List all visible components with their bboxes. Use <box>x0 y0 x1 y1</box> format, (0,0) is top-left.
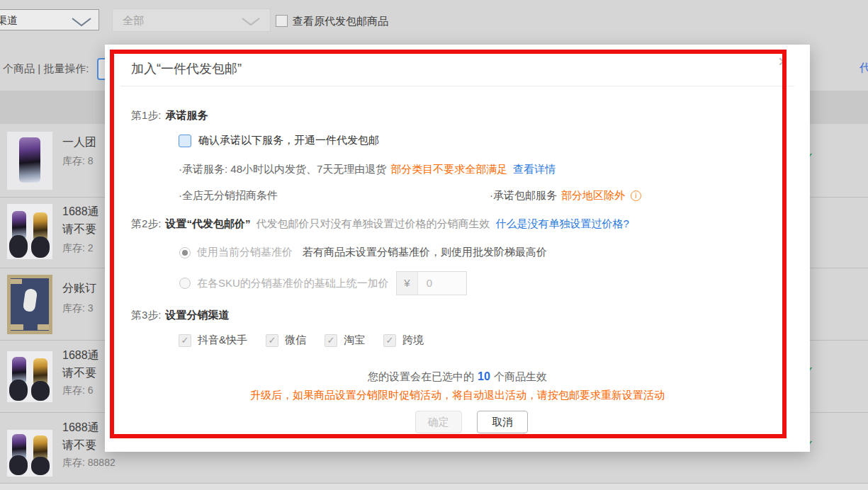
markup-amount-input[interactable]: 0 <box>418 272 466 295</box>
service-terms-highlight: 部分类目不要求全部满足 <box>390 163 507 175</box>
info-icon[interactable]: i <box>631 190 641 201</box>
bottom-strip <box>0 484 868 490</box>
channel-label: 跨境 <box>402 334 424 347</box>
view-original-checkbox-label: 查看原代发包邮商品 <box>293 15 388 28</box>
shipping-promise-text: ·承诺包邮服务 <box>490 189 557 203</box>
dialog-actions: 确定 取消 <box>119 411 824 433</box>
base-price-label: 使用当前分销基准价 <box>197 246 293 259</box>
product-stock: 库存: 6 <box>62 384 94 397</box>
close-icon[interactable]: × <box>778 53 788 70</box>
summary-prefix: 您的设置会在已选中的 <box>368 370 474 382</box>
chevron-down-icon <box>241 17 261 26</box>
product-title: 1688通 <box>62 348 99 363</box>
markup-option-row: 在各SKU的分销基准价的基础上统一加价 ¥ 0 <box>179 271 467 295</box>
upgrade-warning-text: 升级后，如果商品设置分销限时促销活动，将自动退出活动，请按包邮要求重新设置活动 <box>105 389 810 402</box>
confirm-service-row: 确认承诺以下服务，开通一件代发包邮 <box>179 134 379 147</box>
channel-dropdown-value: 渠道 <box>0 14 18 28</box>
markup-radio[interactable] <box>179 278 191 289</box>
product-title: 一人团 <box>62 135 96 150</box>
channel-checkbox[interactable]: ✓ <box>179 334 191 347</box>
filter-dropdown-value: 全部 <box>123 14 144 28</box>
chevron-down-icon <box>71 17 92 27</box>
product-stock: 库存: 8 <box>62 155 94 168</box>
channel-checkbox[interactable]: ✓ <box>325 334 337 347</box>
step1-header: 第1步:承诺服务 <box>131 109 208 122</box>
batch-operation-text: 个商品 | 批量操作: <box>3 62 89 76</box>
step3-header: 第3步:设置分销渠道 <box>131 309 230 322</box>
selected-count: 10 <box>478 370 490 382</box>
channel-checkbox[interactable]: ✓ <box>266 334 278 347</box>
step2-label: 第2步: <box>131 217 162 229</box>
product-title: 分账订 <box>62 281 96 296</box>
divider <box>120 86 794 86</box>
channel-label: 微信 <box>285 334 306 347</box>
product-title-line2: 请不要 <box>62 366 96 381</box>
product-title: 1688通 <box>62 421 99 435</box>
step3-heading: 设置分销渠道 <box>166 309 230 321</box>
channel-checkbox[interactable]: ✓ <box>383 334 396 347</box>
store-condition-text: ·全店无分销招商条件 <box>179 189 278 203</box>
base-price-radio[interactable] <box>179 247 191 258</box>
service-terms-line: ·承诺服务: 48小时以内发货、7天无理由退货部分类目不要求全部满足查看详情 <box>179 163 556 176</box>
step2-heading: 设置“代发包邮价” <box>166 217 251 229</box>
product-stock: 库存: 88882 <box>62 457 115 469</box>
markup-input-group: ¥ 0 <box>396 271 467 295</box>
dropship-free-shipping-dialog: × 加入“一件代发包邮” 第1步:承诺服务 确认承诺以下服务，开通一件代发包邮 … <box>105 45 810 452</box>
cancel-button[interactable]: 取消 <box>477 411 528 433</box>
dialog-title: 加入“一件代发包邮” <box>131 60 242 77</box>
step1-heading: 承诺服务 <box>166 109 208 121</box>
base-price-option-row: 使用当前分销基准价 若有商品未设置分销基准价，则使用批发阶梯最高价 <box>179 246 547 259</box>
partial-blue-link: 代 <box>859 61 868 76</box>
effect-summary: 您的设置会在已选中的10个商品生效 <box>105 370 810 384</box>
channel-label: 淘宝 <box>344 334 365 347</box>
markup-label: 在各SKU的分销基准价的基础上统一加价 <box>197 277 389 290</box>
channel-item-taobao: ✓ 淘宝 <box>325 334 365 347</box>
confirm-service-label: 确认承诺以下服务，开通一件代发包邮 <box>198 134 379 147</box>
confirm-button[interactable]: 确定 <box>415 411 462 433</box>
summary-suffix: 个商品生效 <box>494 370 547 382</box>
confirm-service-checkbox[interactable] <box>179 135 191 147</box>
product-image <box>7 430 52 477</box>
product-stock: 库存: 2 <box>62 242 94 255</box>
shipping-promise-line: ·承诺包邮服务部分地区除外i <box>490 189 641 203</box>
channel-label: 抖音&快手 <box>198 334 247 347</box>
price-help-link[interactable]: 什么是没有单独设置过价格? <box>496 217 629 229</box>
channel-item-crossborder: ✓ 跨境 <box>383 334 424 347</box>
service-terms-text: ·承诺服务: 48小时以内发货、7天无理由退货 <box>179 163 386 175</box>
step1-label: 第1步: <box>131 109 162 121</box>
base-price-desc: 若有商品未设置分销基准价，则使用批发阶梯最高价 <box>303 246 547 259</box>
step3-label: 第3步: <box>131 309 162 321</box>
step2-header: 第2步:设置“代发包邮价”代发包邮价只对没有单独设置过价格的分销商生效什么是没有… <box>131 217 629 231</box>
product-title-line2: 请不要 <box>62 438 96 453</box>
product-image <box>7 275 52 334</box>
shipping-promise-highlight: 部分地区除外 <box>561 189 625 203</box>
product-title-line2: 请不要 <box>62 222 96 237</box>
product-image <box>7 132 52 190</box>
view-original-checkbox[interactable] <box>276 15 288 27</box>
view-details-link[interactable]: 查看详情 <box>513 163 556 175</box>
channel-item-wechat: ✓ 微信 <box>266 334 306 347</box>
channel-checkbox-group: ✓ 抖音&快手 ✓ 微信 ✓ 淘宝 ✓ 跨境 <box>179 334 424 347</box>
product-image <box>7 351 52 402</box>
currency-prefix: ¥ <box>397 272 418 295</box>
product-image <box>7 204 52 259</box>
step2-note: 代发包邮价只对没有单独设置过价格的分销商生效 <box>257 217 490 229</box>
product-title: 1688通 <box>62 205 99 220</box>
channel-item-douyin-kuaishou: ✓ 抖音&快手 <box>179 334 247 347</box>
product-stock: 库存: 3 <box>62 302 94 315</box>
